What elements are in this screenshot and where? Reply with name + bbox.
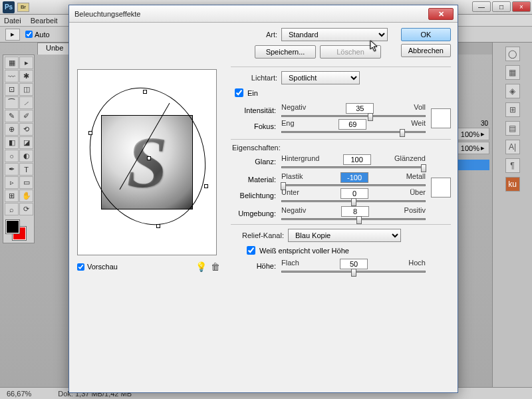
lighting-effects-dialog: Beleuchtungseffekte ✕ S Vorschau 💡 🗑 — [68, 5, 458, 393]
maximize-button[interactable]: □ — [492, 1, 511, 12]
lighttype-select[interactable]: Spotlicht — [281, 71, 360, 84]
gloss-value[interactable] — [343, 154, 371, 165]
intensity-slider[interactable] — [281, 115, 426, 117]
light-handle[interactable] — [204, 184, 208, 188]
crop-tool[interactable]: ⊡ — [5, 83, 19, 96]
type-tool[interactable]: T — [19, 163, 33, 176]
exposure-slider[interactable] — [281, 200, 426, 202]
ambience-slider[interactable] — [281, 218, 426, 220]
fg-color-swatch[interactable] — [6, 220, 19, 233]
exposure-value[interactable] — [340, 188, 368, 199]
right-dock: ◯ ▦ ◈ ⊞ ▤ A| ¶ ku — [492, 43, 532, 387]
white-high-checkbox[interactable] — [247, 246, 255, 255]
doc-tab[interactable]: Unbe — [37, 43, 72, 55]
slider-min-label: Negativ — [281, 206, 306, 217]
slider-min-label: Plastik — [281, 172, 303, 183]
light-handle[interactable] — [88, 131, 92, 135]
current-tool-icon[interactable]: ▸ — [5, 29, 20, 41]
auto-checkbox[interactable] — [25, 31, 33, 38]
kuler-panel-icon[interactable]: ku — [505, 177, 520, 192]
style-select[interactable]: Standard — [281, 28, 388, 41]
swatches-panel-icon[interactable]: ▦ — [505, 65, 520, 80]
light-handle[interactable] — [156, 224, 160, 228]
photoshop-icon: Ps — [3, 1, 15, 13]
ruler-tool[interactable]: ⟋ — [19, 96, 33, 109]
zoom-tool[interactable]: ⌕ — [5, 203, 19, 215]
intensity-value[interactable] — [346, 103, 374, 114]
color-swatches[interactable] — [5, 219, 33, 241]
slider-max-label: Weit — [411, 119, 426, 130]
material-slider[interactable] — [281, 184, 426, 186]
lightbulb-icon[interactable]: 💡 — [195, 261, 207, 273]
brush-tool[interactable]: ✎ — [5, 110, 19, 122]
material-value[interactable] — [340, 172, 368, 183]
menu-bearbeiten[interactable]: Bearbeit — [31, 17, 58, 25]
gloss-slider[interactable] — [281, 166, 426, 168]
material-label: Material: — [231, 176, 280, 184]
auto-label: Auto — [35, 31, 50, 39]
rotate-tool[interactable]: ⟳ — [19, 203, 33, 215]
cancel-button[interactable]: Abbrechen — [401, 44, 451, 57]
slider-min-label: Hintergrund — [281, 154, 319, 165]
slider-max-label: Metall — [406, 172, 426, 183]
ambience-value[interactable] — [341, 206, 369, 217]
history-tool[interactable]: ⟲ — [19, 123, 33, 136]
light-color-swatch[interactable] — [431, 108, 451, 128]
wand-tool[interactable]: ✱ — [19, 70, 33, 82]
focus-slider[interactable] — [281, 131, 426, 133]
eyedropper-tool[interactable]: ⁀ — [5, 96, 19, 109]
dodge-tool[interactable]: ◐ — [19, 150, 33, 162]
intensity-label: Intensität: — [231, 106, 280, 114]
shape-tool[interactable]: ▭ — [19, 176, 33, 189]
menu-datei[interactable]: Datei — [4, 17, 21, 25]
pencil-tool[interactable]: ✐ — [19, 110, 33, 122]
ambient-color-swatch[interactable] — [431, 178, 451, 198]
ok-button[interactable]: OK — [401, 28, 451, 41]
pen-tool[interactable]: ✒ — [5, 163, 19, 176]
move-tool[interactable]: ▦ — [5, 57, 19, 69]
light-handle[interactable] — [143, 90, 147, 94]
eraser-tool[interactable]: ◧ — [5, 136, 19, 149]
hand-tool[interactable]: ✋ — [19, 190, 33, 202]
bridge-icon[interactable]: Br — [17, 3, 29, 12]
exposure-label: Belichtung: — [231, 192, 280, 200]
on-checkbox[interactable] — [235, 88, 243, 97]
minimize-button[interactable]: — — [472, 1, 491, 12]
texture-channel-select[interactable]: Blau Kopie — [288, 229, 401, 242]
zoom-level[interactable]: 66,67% — [7, 390, 31, 398]
para-panel-icon[interactable]: ¶ — [505, 158, 520, 173]
ambience-label: Umgebung: — [231, 209, 280, 217]
close-app-button[interactable]: × — [512, 1, 531, 12]
trash-icon[interactable]: 🗑 — [209, 261, 221, 273]
slider-min-label: Eng — [281, 119, 295, 130]
height-slider[interactable] — [281, 271, 426, 273]
blur-tool[interactable]: ○ — [5, 150, 19, 162]
gradient-tool[interactable]: ◪ — [19, 136, 33, 149]
lasso-tool[interactable]: 〰 — [5, 70, 19, 82]
preview-checkbox[interactable] — [77, 263, 84, 271]
color-panel-icon[interactable]: ◯ — [505, 47, 520, 61]
height-value[interactable] — [340, 259, 368, 269]
path-tool[interactable]: ▹ — [5, 176, 19, 189]
focus-value[interactable] — [338, 119, 366, 130]
styles-panel-icon[interactable]: ◈ — [505, 84, 520, 98]
slider-min-label: Unter — [281, 188, 299, 199]
close-dialog-button[interactable]: ✕ — [428, 8, 454, 20]
marquee-tool[interactable]: ▸ — [19, 57, 33, 69]
slider-min-label: Flach — [281, 259, 299, 269]
slider-max-label: Glänzend — [394, 154, 426, 165]
adjustments-panel-icon[interactable]: ⊞ — [505, 102, 520, 117]
preview-area[interactable]: S — [77, 69, 217, 255]
notes-tool[interactable]: ⊞ — [5, 190, 19, 202]
save-button[interactable]: Speichern... — [255, 45, 316, 59]
slider-max-label: Positiv — [404, 206, 426, 217]
layers-panel-icon[interactable]: ▤ — [505, 121, 520, 136]
char-panel-icon[interactable]: A| — [505, 140, 520, 154]
slider-max-label: Über — [410, 188, 426, 199]
stamp-tool[interactable]: ⊕ — [5, 123, 19, 136]
slice-tool[interactable]: ◫ — [19, 83, 33, 96]
preview-label: Vorschau — [87, 263, 118, 271]
dialog-titlebar[interactable]: Beleuchtungseffekte ✕ — [69, 5, 458, 23]
on-label: Ein — [247, 89, 258, 97]
light-center-handle[interactable] — [147, 156, 151, 160]
